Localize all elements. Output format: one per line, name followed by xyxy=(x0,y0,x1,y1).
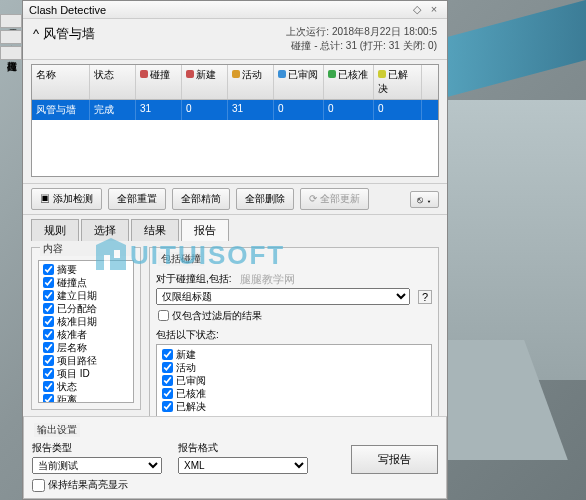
content-item[interactable]: 摘要 xyxy=(41,263,131,276)
group-include-select[interactable]: 仅限组标题 xyxy=(156,288,410,305)
report-format-select[interactable]: XML xyxy=(178,457,308,474)
include-clash-fieldset: 包括碰撞 对于碰撞组,包括: 仅限组标题 ? 仅包含过滤后的结果 包括以下状态:… xyxy=(149,247,439,416)
content-item[interactable]: 已分配给 xyxy=(41,302,131,315)
tab-report[interactable]: 报告 xyxy=(181,219,229,241)
add-test-button[interactable]: ▣ 添加检测 xyxy=(31,188,102,210)
keep-highlight-checkbox[interactable]: 保持结果高亮显示 xyxy=(32,478,438,492)
status-item[interactable]: 活动 xyxy=(160,361,428,374)
report-type-select[interactable]: 当前测试 xyxy=(32,457,162,474)
status-checklist[interactable]: 新建活动已审阅已核准已解决 xyxy=(156,344,432,416)
status-item[interactable]: 新建 xyxy=(160,348,428,361)
status-item[interactable]: 已审阅 xyxy=(160,374,428,387)
help-icon[interactable]: ? xyxy=(418,290,432,304)
pin-icon[interactable]: ◇ xyxy=(410,3,424,16)
content-item[interactable]: 项目路径 xyxy=(41,354,131,367)
content-item[interactable]: 建立日期 xyxy=(41,289,131,302)
close-icon[interactable]: × xyxy=(427,3,441,15)
content-item[interactable]: 碰撞点 xyxy=(41,276,131,289)
delete-all-button[interactable]: 全部删除 xyxy=(236,188,294,210)
export-button[interactable]: ⎋ ▾ xyxy=(410,191,439,208)
status-item[interactable]: 已解决 xyxy=(160,400,428,413)
titlebar: Clash Detective ◇ × xyxy=(23,1,447,19)
window-title: Clash Detective xyxy=(29,4,106,16)
sidebar-tab-1[interactable]: 选项剪切 xyxy=(0,14,22,28)
tests-toolbar: ▣ 添加检测 全部重置 全部精简 全部删除 ⟳ 全部更新 ⎋ ▾ xyxy=(23,183,447,215)
content-checklist[interactable]: 摘要碰撞点建立日期已分配给核准日期核准者层名称项目路径项目 ID状态距离说明注释… xyxy=(38,260,134,403)
update-all-button[interactable]: ⟳ 全部更新 xyxy=(300,188,369,210)
table-row[interactable]: 风管与墙 完成 31 0 31 0 0 0 xyxy=(32,100,438,120)
sidebar-tab-2[interactable]: 集合 xyxy=(0,30,22,44)
tab-results[interactable]: 结果 xyxy=(131,219,179,241)
content-item[interactable]: 核准者 xyxy=(41,328,131,341)
tests-grid[interactable]: 名称 状态 碰撞 新建 活动 已审阅 已核准 已解决 风管与墙 完成 31 0 … xyxy=(31,64,439,177)
content-fieldset: 内容 摘要碰撞点建立日期已分配给核准日期核准者层名称项目路径项目 ID状态距离说… xyxy=(31,247,141,410)
write-report-button[interactable]: 写报告 xyxy=(351,445,438,474)
reset-all-button[interactable]: 全部重置 xyxy=(108,188,166,210)
test-info: 上次运行: 2018年8月22日 18:00:5 碰撞 - 总计: 31 (打开… xyxy=(286,25,437,53)
test-name: ^ 风管与墙 xyxy=(33,25,95,43)
sidebar-tab-3[interactable]: 碰撞与真 xyxy=(0,46,22,60)
filter-only-checkbox[interactable]: 仅包含过滤后的结果 xyxy=(156,309,432,322)
output-fieldset: 输出设置 报告类型 当前测试 报告格式 XML 写报告 保持结果高亮显示 xyxy=(23,416,447,499)
content-item[interactable]: 核准日期 xyxy=(41,315,131,328)
content-item[interactable]: 层名称 xyxy=(41,341,131,354)
content-item[interactable]: 状态 xyxy=(41,380,131,393)
clash-detective-panel: Clash Detective ◇ × ^ 风管与墙 上次运行: 2018年8月… xyxy=(22,0,448,500)
tabs: 规则 选择 结果 报告 xyxy=(23,219,447,241)
tab-select[interactable]: 选择 xyxy=(81,219,129,241)
content-item[interactable]: 距离 xyxy=(41,393,131,403)
sidebar-tabs: 选项剪切 集合 碰撞与真 xyxy=(0,14,22,62)
grid-header: 名称 状态 碰撞 新建 活动 已审阅 已核准 已解决 xyxy=(32,65,438,100)
compact-all-button[interactable]: 全部精简 xyxy=(172,188,230,210)
tab-rules[interactable]: 规则 xyxy=(31,219,79,241)
content-item[interactable]: 项目 ID xyxy=(41,367,131,380)
status-item[interactable]: 已核准 xyxy=(160,387,428,400)
